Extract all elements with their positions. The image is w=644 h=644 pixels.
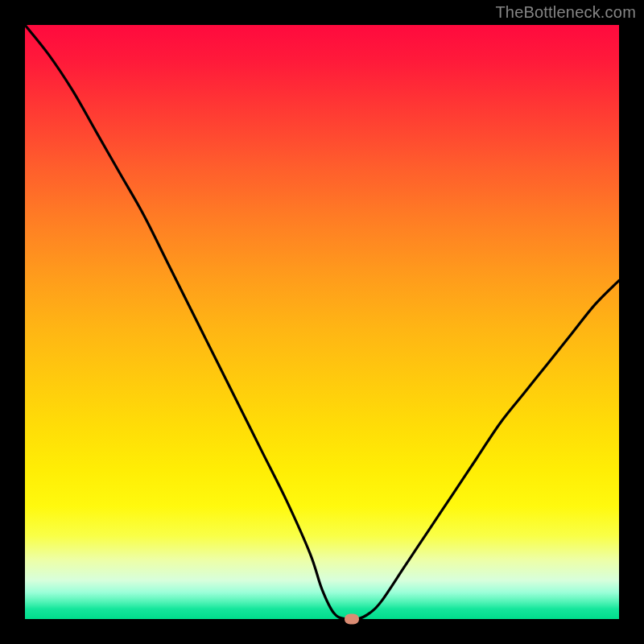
bottleneck-curve bbox=[25, 25, 619, 619]
optimum-marker bbox=[345, 614, 359, 625]
chart-frame: TheBottleneck.com bbox=[0, 0, 644, 644]
watermark-text: TheBottleneck.com bbox=[495, 3, 636, 22]
plot-area bbox=[25, 25, 619, 619]
